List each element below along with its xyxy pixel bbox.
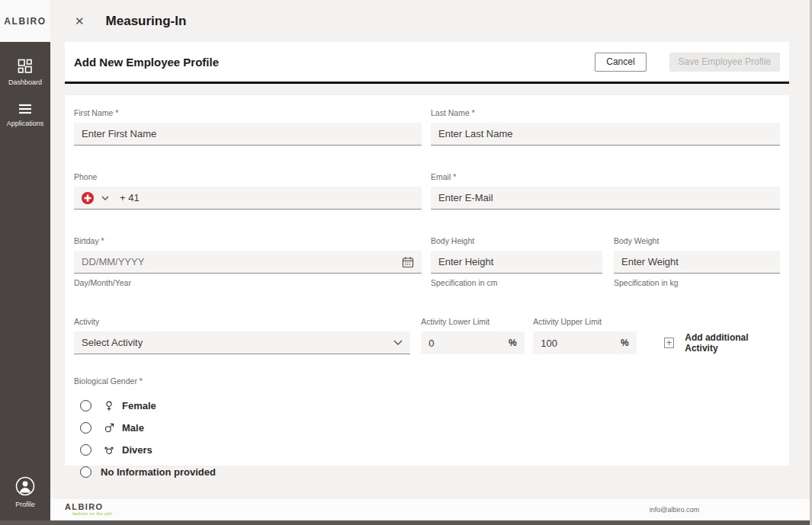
activity-lower-limit-input[interactable] [428,338,489,349]
percent-unit: % [621,338,629,348]
footer-tagline: fashion on the job! [72,512,113,517]
footer-brand-text: ALBIRO [65,503,113,511]
footer-logo: ALBIRO fashion on the job! [65,503,113,517]
birthday-field [74,251,422,274]
country-code-dropdown[interactable] [82,192,109,204]
add-additional-activity-button[interactable]: + Add additional Activity [664,331,780,354]
gender-option-divers[interactable]: Divers [74,439,780,461]
sidebar-item-dashboard[interactable]: Dashboard [0,59,50,86]
gender-option-label: No Information provided [101,466,216,478]
phone-input[interactable] [144,192,414,203]
employee-form: First Name * Last Name * Phone [65,95,789,466]
last-name-label: Last Name * [431,108,780,117]
add-additional-activity-label: Add additional Activity [685,332,780,354]
radio-button[interactable] [80,444,91,456]
body-height-helper: Specification in cm [431,278,602,287]
sidebar-item-label: Dashboard [8,78,42,86]
email-input[interactable] [431,187,780,210]
save-employee-profile-button[interactable]: Save Employee Profile [669,53,780,72]
birthday-input[interactable] [82,256,402,267]
birthday-helper: Day/Month/Year [74,278,422,287]
activity-label: Activity [74,317,410,326]
gender-option-label: Female [122,400,156,411]
body-height-input[interactable] [431,251,602,274]
footer-email: info@albiro.com [650,506,699,514]
plus-icon: + [664,338,675,348]
form-header: Add New Employee Profile Cancel Save Emp… [65,42,789,84]
birthday-label: Birtday * [74,236,422,245]
first-name-label: First Name * [74,108,422,117]
radio-button[interactable] [80,400,91,411]
gender-option-label: Divers [122,444,152,456]
profile-icon [15,476,35,496]
sidebar-item-applications[interactable]: Applications [0,103,50,127]
brand-logo: ALBIRO [4,16,47,27]
divers-icon [102,445,116,456]
sidebar-item-label: Profile [15,501,35,508]
phone-field: + 41 [74,187,422,210]
bottom-bar [0,520,812,525]
page-title: Measuring-In [106,14,187,29]
percent-unit: % [509,338,517,348]
activity-select[interactable]: Select Activity [74,331,410,354]
applications-icon [18,103,33,115]
body-weight-label: Body Weight [614,236,780,245]
chevron-down-icon [101,196,109,200]
cancel-button[interactable]: Cancel [595,53,646,72]
phone-label: Phone [74,172,422,181]
radio-button[interactable] [80,466,91,478]
chevron-down-icon [393,340,403,345]
form-title: Add New Employee Profile [74,56,219,69]
activity-lower-limit-field: % [421,331,524,354]
dashboard-icon [18,59,33,74]
last-name-input[interactable] [431,123,780,146]
radio-button[interactable] [80,422,91,434]
activity-upper-limit-field: % [533,331,636,354]
email-label: Email * [431,172,780,181]
gender-option-female[interactable]: Female [74,395,780,417]
gender-option-no-information[interactable]: No Information provided [74,461,780,483]
male-icon [102,423,116,433]
swiss-flag-icon [82,192,94,204]
body-height-label: Body Height [431,236,602,245]
sidebar-item-profile[interactable]: Profile [0,476,50,508]
sidebar-logo: ALBIRO [0,0,50,42]
activity-upper-limit-input[interactable] [541,338,602,349]
main-area: ✕ Measuring-In Add New Employee Profile … [50,0,812,520]
sidebar-item-label: Applications [7,120,44,127]
activity-select-value: Select Activity [82,337,143,348]
activity-lower-limit-label: Activity Lower Limit [421,317,524,326]
gender-option-label: Male [122,422,144,434]
phone-prefix: + 41 [120,192,140,203]
footer: ALBIRO fashion on the job! info@albiro.c… [50,499,812,520]
female-icon [102,401,116,411]
activity-upper-limit-label: Activity Upper Limit [533,317,636,326]
close-icon[interactable]: ✕ [70,11,89,31]
body-weight-helper: Specification in kg [614,278,780,287]
sidebar: ALBIRO Dashboard Applications [0,0,50,520]
calendar-icon[interactable] [402,256,414,268]
first-name-input[interactable] [74,123,422,146]
body-weight-input[interactable] [614,251,780,274]
topbar: ✕ Measuring-In [50,0,812,42]
biological-gender-label: Biological Gender * [74,376,780,386]
gender-option-male[interactable]: Male [74,417,780,439]
